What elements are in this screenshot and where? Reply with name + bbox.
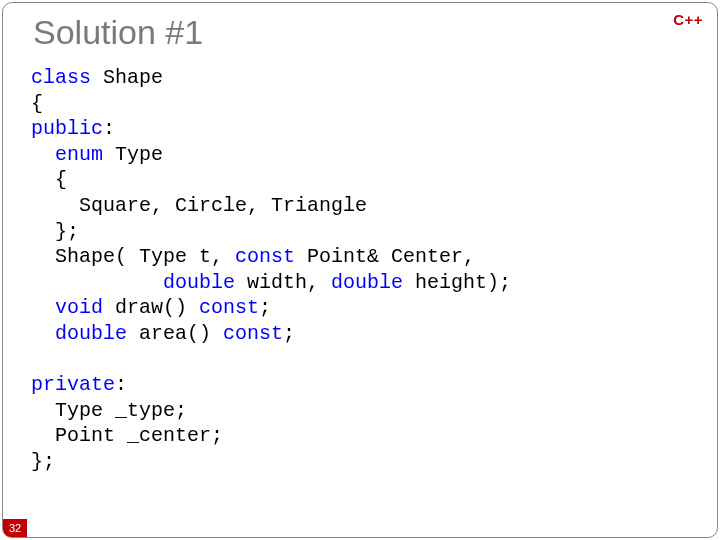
code-text xyxy=(31,322,55,345)
code-text: Type _type; xyxy=(31,399,187,422)
code-text: ; xyxy=(283,322,295,345)
keyword-double: double xyxy=(163,271,235,294)
code-text: Shape xyxy=(91,66,163,89)
keyword-public: public xyxy=(31,117,103,140)
keyword-const: const xyxy=(223,322,283,345)
code-text: Shape( Type t, xyxy=(31,245,235,268)
slide-frame: C++ Solution #1 class Shape { public: en… xyxy=(2,2,718,538)
code-text: : xyxy=(103,117,115,140)
code-text: : xyxy=(115,373,127,396)
code-text: width, xyxy=(235,271,331,294)
code-text xyxy=(31,143,55,166)
code-text: height); xyxy=(403,271,511,294)
keyword-double: double xyxy=(55,322,127,345)
code-text: Square, Circle, Triangle xyxy=(31,194,367,217)
keyword-class: class xyxy=(31,66,91,89)
code-text: Point _center; xyxy=(31,424,223,447)
code-text: area() xyxy=(127,322,223,345)
code-text: { xyxy=(31,92,43,115)
code-text: }; xyxy=(31,450,55,473)
code-text: ; xyxy=(259,296,271,319)
code-text: { xyxy=(31,168,67,191)
code-block: class Shape { public: enum Type { Square… xyxy=(31,65,511,475)
code-text: draw() xyxy=(103,296,199,319)
language-badge: C++ xyxy=(673,11,703,28)
code-text xyxy=(31,271,163,294)
code-text xyxy=(31,296,55,319)
page-number: 32 xyxy=(3,519,27,537)
keyword-enum: enum xyxy=(55,143,103,166)
code-text: }; xyxy=(31,220,79,243)
keyword-const: const xyxy=(235,245,295,268)
keyword-private: private xyxy=(31,373,115,396)
code-text: Point& Center, xyxy=(295,245,475,268)
keyword-const: const xyxy=(199,296,259,319)
keyword-void: void xyxy=(55,296,103,319)
keyword-double: double xyxy=(331,271,403,294)
code-text: Type xyxy=(103,143,163,166)
slide-title: Solution #1 xyxy=(33,13,203,52)
